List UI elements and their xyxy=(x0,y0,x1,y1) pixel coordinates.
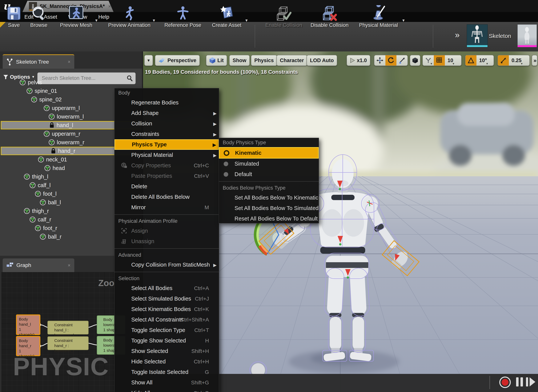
submenu-item-reset-all-below-default[interactable]: Reset All Bodies Below To Default xyxy=(219,213,319,223)
rotate-tool-button[interactable] xyxy=(385,55,396,65)
menu-item-delete-all-bodies-below[interactable]: Delete All Bodies Below xyxy=(115,192,219,202)
coordinate-system-button[interactable] xyxy=(410,55,420,66)
submenu-item-default[interactable]: Default xyxy=(219,169,319,180)
skeleton-editor-label[interactable]: Skeleton xyxy=(489,33,511,39)
submenu-item-set-all-below-simulated[interactable]: Set All Bodies Below To Simulated xyxy=(219,203,319,213)
menu-item-select-simulated-bodies[interactable]: Select Simulated BodiesCtrl+J xyxy=(115,294,219,304)
menu-item-toggle-isolate-selected[interactable]: Toggle Isolate SelectedG xyxy=(115,367,219,377)
bone-icon xyxy=(31,96,37,103)
menu-item-hide-all[interactable]: Hide AllCtrl+G xyxy=(115,388,219,392)
menu-item-delete[interactable]: Delete xyxy=(115,181,219,192)
menu-item-assign[interactable]: Assign xyxy=(115,226,219,236)
scale-snap-icon xyxy=(500,57,506,64)
preview-mesh-dropdown-icon[interactable]: ▼ xyxy=(94,18,98,23)
physical-material-dropdown-icon[interactable]: ▼ xyxy=(402,18,405,23)
menu-item-toggle-show-selected[interactable]: Toggle Show SelectedH xyxy=(115,335,219,346)
pause-button[interactable] xyxy=(516,377,523,387)
scale-snap-value[interactable]: 0.25▼ xyxy=(509,55,524,65)
unassign-icon xyxy=(121,238,127,244)
scale-icon xyxy=(399,57,405,64)
chevron-down-icon: ▼ xyxy=(520,62,523,65)
playback-speed-button[interactable]: x1.0 xyxy=(347,55,370,66)
skeleton-thumbnail[interactable] xyxy=(467,24,488,47)
close-icon[interactable]: × xyxy=(68,59,70,65)
preview-mesh-button[interactable]: Preview Mesh ▼ xyxy=(57,1,95,28)
perspective-button[interactable]: Perspective xyxy=(155,55,200,66)
assign-icon xyxy=(121,228,127,234)
menu-item-hide-selected[interactable]: Hide SelectedCtrl+H xyxy=(115,356,219,367)
reference-pose-button[interactable]: Reference Pose xyxy=(162,1,204,28)
lit-cube-icon xyxy=(209,57,215,64)
menu-item-show-all[interactable]: Show AllShift+G xyxy=(115,377,219,388)
menu-item-mirror[interactable]: MirrorM xyxy=(115,202,219,213)
menu-separator xyxy=(115,248,219,249)
menu-item-select-all-bodies[interactable]: Select All BodiesCtrl+A xyxy=(115,283,219,294)
physical-material-button[interactable]: Physical Material ▼ xyxy=(355,1,402,28)
lit-mode-button[interactable]: Lit xyxy=(206,55,227,66)
menu-item-physics-type[interactable]: Physics Type▶ xyxy=(115,139,219,150)
mesh-thumbnail[interactable] xyxy=(517,24,537,47)
menu-item-show-selected[interactable]: Show SelectedShift+H xyxy=(115,346,219,356)
toolbar-overflow-chevrons-icon[interactable]: » xyxy=(455,30,458,40)
reference-pose-icon xyxy=(175,5,190,21)
menu-item-add-shape[interactable]: Add Shape▶ xyxy=(115,108,219,118)
graph-node-body-hand-l[interactable]: Bodyhand_l1 shape(s) xyxy=(16,314,40,335)
menu-item-copy-collision-from-staticmesh[interactable]: Copy Collision From StaticMesh▶ xyxy=(115,260,219,270)
step-forward-button[interactable] xyxy=(526,377,535,387)
menu-item-toggle-selection-type[interactable]: Toggle Selection TypeCtrl+T xyxy=(115,325,219,335)
graph-node-body-hand-r[interactable]: Bodyhand_r1 shape(s) xyxy=(16,336,40,356)
menu-item-select-kinematic-bodies[interactable]: Select Kinematic BodiesCtrl+K xyxy=(115,304,219,314)
bone-icon xyxy=(24,208,30,214)
character-menu-button[interactable]: Character xyxy=(276,55,307,66)
save-button[interactable]: Save xyxy=(3,1,24,28)
viewport-overflow-chevrons[interactable]: » xyxy=(532,55,538,66)
enable-collision-button[interactable]: Enable Collision xyxy=(261,1,306,28)
angle-snap-value[interactable]: 10°▼ xyxy=(477,55,490,65)
scale-tool-button[interactable] xyxy=(396,55,408,65)
preview-mesh-icon xyxy=(68,5,84,21)
record-button[interactable] xyxy=(499,377,511,388)
menu-item-collision[interactable]: Collision▶ xyxy=(115,118,219,129)
create-asset-dropdown-icon[interactable]: ▼ xyxy=(245,18,248,23)
menu-item-paste-properties[interactable]: Paste PropertiesCtrl+V xyxy=(115,171,219,181)
show-menu-button[interactable]: Show xyxy=(229,55,250,66)
bone-icon xyxy=(43,131,50,137)
graph-node-constraint-hand-r[interactable]: Constrainthand_r : lowerarm_r xyxy=(47,336,88,350)
menu-item-regenerate-bodies[interactable]: Regenerate Bodies xyxy=(115,97,219,108)
disable-collision-button[interactable]: Disable Collision xyxy=(311,1,349,28)
submenu-item-set-all-below-kinematic[interactable]: Set All Bodies Below To Kinematic xyxy=(219,192,319,203)
menu-separator xyxy=(219,181,319,182)
create-asset-button[interactable]: Create Asset ▼ xyxy=(208,1,245,28)
grid-snap-value[interactable]: 10▼ xyxy=(445,55,456,65)
skeleton-tree-tabstrip: Skeleton Tree × xyxy=(0,51,142,69)
submenu-item-simulated[interactable]: Simulated xyxy=(219,159,319,169)
translate-tool-button[interactable] xyxy=(374,55,385,65)
menu-item-select-all-constraints[interactable]: Select All ConstraintsCtrl+Shift+A xyxy=(115,314,219,325)
angle-snap-toggle[interactable] xyxy=(465,55,477,65)
menu-item-constraints[interactable]: Constraints▶ xyxy=(115,129,219,139)
browse-button[interactable]: Browse xyxy=(28,1,50,28)
tab-skeleton-tree[interactable]: Skeleton Tree × xyxy=(3,54,74,69)
scale-snap-toggle[interactable] xyxy=(498,55,509,65)
preview-animation-button[interactable]: Preview Animation ▼ xyxy=(106,1,153,28)
menu-section-header: Physical Animation Profile xyxy=(115,216,219,226)
tree-row[interactable]: pelvis xyxy=(1,78,141,87)
menu-separator xyxy=(115,272,219,272)
lod-auto-button[interactable]: LOD Auto xyxy=(306,55,337,66)
tab-graph[interactable]: Graph × xyxy=(3,258,74,272)
bone-icon xyxy=(38,156,44,163)
submenu-item-kinematic[interactable]: Kinematic xyxy=(219,147,319,159)
toolbar-separator xyxy=(255,25,255,48)
graph-node-constraint-hand-l[interactable]: Constrainthand_l : lowerarm_l xyxy=(47,321,88,334)
close-icon[interactable]: × xyxy=(68,263,70,268)
viewport-options-button[interactable]: ▼ xyxy=(144,55,153,66)
physics-menu-button[interactable]: Physics xyxy=(251,55,277,66)
menu-item-unassign[interactable]: Unassign xyxy=(115,236,219,247)
menu-item-copy-properties[interactable]: Copy PropertiesCtrl+C xyxy=(115,160,219,171)
snap-target-button[interactable]: ▼ xyxy=(423,55,434,65)
submenu-section-header: Body Physics Type xyxy=(219,138,319,147)
grid-snap-toggle[interactable] xyxy=(434,55,445,65)
submenu-arrow-icon: ▶ xyxy=(213,140,216,149)
menu-item-physical-material[interactable]: Physical Material▶ xyxy=(115,150,219,160)
preview-animation-dropdown-icon[interactable]: ▼ xyxy=(152,18,156,23)
